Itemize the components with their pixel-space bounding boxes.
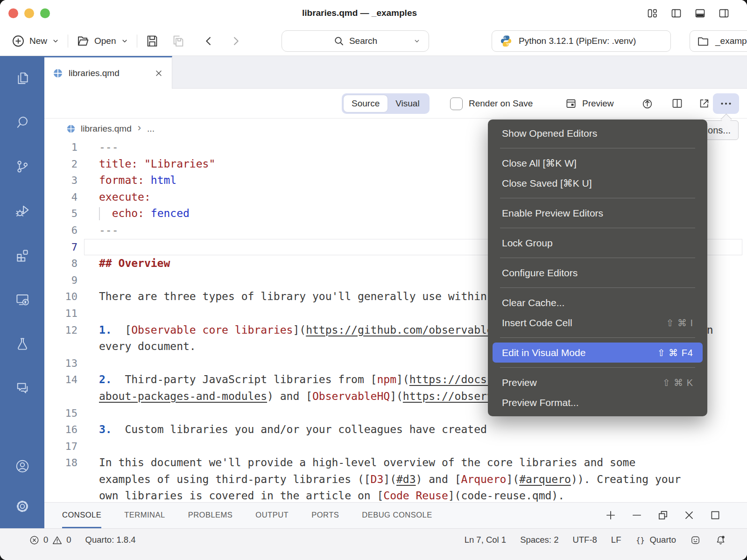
menu-item-preview-format[interactable]: Preview Format... — [493, 392, 703, 413]
panel-tab-debug-console[interactable]: DEBUG CONSOLE — [362, 503, 432, 528]
code-text: format: html — [78, 172, 176, 189]
indentation[interactable]: Spaces: 2 — [520, 535, 558, 545]
activity-bar — [0, 56, 44, 528]
sidebar-item-chat[interactable] — [14, 380, 30, 396]
toolbar-divider — [68, 35, 68, 48]
search-input[interactable]: Search — [282, 30, 429, 52]
sidebar-item-search[interactable] — [14, 114, 30, 130]
sidebar-item-run-debug[interactable] — [14, 203, 30, 219]
quarto-version-text: Quarto: 1.8.4 — [85, 535, 136, 545]
line-number: 14 — [44, 371, 78, 388]
workspace-selector[interactable]: _examples — [690, 30, 747, 52]
code-line-wrap[interactable]: examples of using third-party libraries … — [44, 471, 747, 488]
menu-item-enable-preview-editors[interactable]: Enable Preview Editors — [493, 203, 703, 223]
chevron-down-icon[interactable] — [413, 37, 421, 45]
extensions-icon — [14, 247, 30, 263]
traffic-lights — [8, 8, 50, 18]
language-mode[interactable]: {}Quarto — [635, 535, 676, 546]
menu-item-insert-code-cell[interactable]: Insert Code Cell⇧ ⌘ I — [493, 313, 703, 333]
error-icon — [29, 535, 40, 546]
source-mode-button[interactable]: Source — [344, 95, 388, 112]
line-number: 11 — [44, 305, 78, 322]
sidebar-item-remote-explorer[interactable] — [14, 292, 30, 308]
preview-button[interactable]: Preview — [565, 89, 614, 119]
eol-indicator[interactable]: LF — [611, 535, 621, 545]
code-line-16[interactable]: 163. Custom libraries you and/or your co… — [44, 421, 747, 438]
more-actions-button[interactable] — [713, 93, 739, 114]
cursor-position[interactable]: Ln 7, Col 1 — [465, 535, 506, 545]
menu-item-preview[interactable]: Preview⇧ ⌘ K — [493, 372, 703, 392]
save-all-icon[interactable] — [171, 34, 185, 48]
code-text: In this document we'll provide a high-le… — [78, 455, 635, 471]
panel-tab-output[interactable]: OUTPUT — [255, 503, 289, 528]
code-text: own libraries is covered in the article … — [78, 488, 564, 502]
menu-item-shortcut: ⇧ ⌘ I — [666, 317, 693, 329]
breadcrumb-file[interactable]: libraries.qmd — [81, 124, 132, 134]
menu-item-lock-group[interactable]: Lock Group — [493, 233, 703, 253]
sidebar-item-source-control[interactable] — [14, 159, 30, 175]
menu-item-clear-cache[interactable]: Clear Cache... — [493, 293, 703, 313]
search-side-icon — [14, 114, 30, 130]
menu-item-show-opened-editors[interactable]: Show Opened Editors — [493, 123, 703, 143]
code-text — [78, 305, 99, 322]
menu-item-edit-in-visual-mode[interactable]: Edit in Visual Mode⇧ ⌘ F4 — [493, 343, 703, 363]
top-toolbar: New Open Search Python 3.12.1 (PipEnv: .… — [0, 26, 747, 56]
problems-status[interactable]: 00 — [29, 535, 71, 546]
sidebar-item-explorer[interactable] — [14, 70, 30, 86]
render-on-save-checkbox[interactable] — [450, 98, 463, 110]
minimize-window-button[interactable] — [24, 8, 34, 18]
sidebar-item-testing[interactable] — [14, 336, 30, 352]
menu-item-close-saved-k-u[interactable]: Close Saved [⌘K U] — [493, 173, 703, 193]
line-number: 1 — [44, 139, 78, 156]
new-button[interactable]: New — [11, 34, 60, 48]
layout-left-panel-icon[interactable] — [670, 7, 683, 20]
account-icon — [14, 458, 30, 474]
breadcrumb-more[interactable]: ... — [147, 124, 155, 134]
indentation-text: Spaces: 2 — [520, 535, 558, 545]
layout-right-panel-icon[interactable] — [718, 7, 730, 20]
publish-icon[interactable] — [641, 97, 654, 110]
new-console-button[interactable] — [605, 509, 617, 521]
code-text: title: "Libraries" — [78, 156, 215, 173]
search-placeholder: Search — [349, 36, 377, 46]
close-panel-button[interactable] — [683, 509, 695, 521]
panel-tab-ports[interactable]: PORTS — [311, 503, 339, 528]
layout-bottom-panel-icon[interactable] — [694, 7, 706, 20]
visual-mode-button[interactable]: Visual — [388, 95, 427, 112]
back-icon[interactable] — [202, 35, 215, 48]
open-in-new-window-icon[interactable] — [698, 97, 711, 110]
panel-tab-problems[interactable]: PROBLEMS — [188, 503, 233, 528]
minimize-panel-button[interactable] — [631, 509, 643, 521]
save-icon[interactable] — [145, 34, 159, 48]
code-line-wrap[interactable]: own libraries is covered in the article … — [44, 488, 747, 502]
menu-item-label: Preview — [502, 377, 537, 388]
close-window-button[interactable] — [8, 8, 18, 18]
editor-toolbar: Source Visual Render on Save Preview — [44, 89, 747, 119]
panel-tab-console[interactable]: CONSOLE — [62, 503, 101, 528]
layout-custom-icon[interactable] — [646, 7, 659, 20]
tab-libraries-qmd[interactable]: libraries.qmd — [44, 56, 172, 89]
close-tab-icon[interactable] — [154, 69, 163, 78]
split-editor-icon[interactable] — [671, 97, 684, 110]
code-line-18[interactable]: 18In this document we'll provide a high-… — [44, 455, 747, 471]
quarto-version[interactable]: Quarto: 1.8.4 — [85, 535, 136, 545]
open-button[interactable]: Open — [76, 34, 128, 48]
menu-item-configure-editors[interactable]: Configure Editors — [493, 263, 703, 283]
feedback[interactable] — [690, 535, 701, 546]
menu-item-close-all-k-w[interactable]: Close All [⌘K W] — [493, 153, 703, 173]
panel-tab-terminal[interactable]: TERMINAL — [124, 503, 165, 528]
encoding[interactable]: UTF-8 — [572, 535, 597, 545]
notifications[interactable] — [715, 534, 726, 546]
forward-icon[interactable] — [229, 35, 242, 48]
warning-icon — [52, 535, 63, 546]
sidebar-item-extensions[interactable] — [14, 247, 30, 263]
sidebar-item-account[interactable] — [14, 458, 30, 474]
code-text: every document. — [78, 338, 196, 355]
code-line-17[interactable]: 17 — [44, 438, 747, 455]
sidebar-item-settings[interactable] — [14, 498, 30, 514]
interpreter-selector[interactable]: Python 3.12.1 (PipEnv: .venv) — [492, 30, 671, 52]
maximize-panel-button[interactable] — [709, 509, 721, 521]
restore-panel-button[interactable] — [657, 509, 669, 521]
zoom-window-button[interactable] — [40, 8, 50, 18]
menu-item-label: Preview Format... — [502, 397, 579, 408]
